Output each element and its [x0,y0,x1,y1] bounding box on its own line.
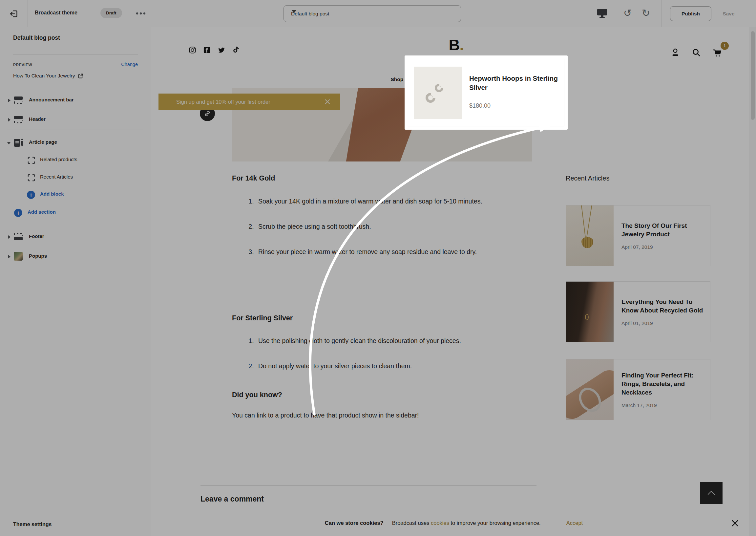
silver-steps-list: Use the polishing cloth to gently clean … [232,334,521,385]
publish-button[interactable]: Publish [670,6,711,21]
account-button[interactable] [670,48,680,59]
product-card[interactable]: Hepworth Hoops in Sterling Silver $180.0… [408,59,564,126]
shell-pendant [582,237,593,248]
sidebar-item-article-page[interactable]: Article page [0,136,151,149]
page-selector-dropdown[interactable]: Default blog post [284,5,461,22]
topbar-divider [616,0,616,27]
instagram-icon[interactable] [189,46,196,54]
ellipsis-icon [135,11,146,17]
silver-hoop-earring [433,82,445,94]
store-logo[interactable]: B. [440,36,472,54]
comments-heading: Leave a comment [201,495,264,504]
redo-icon: ↻ [642,8,650,18]
close-icon[interactable] [731,519,739,527]
product-link[interactable]: product [281,412,302,419]
social-icons-row [189,46,239,54]
scroll-to-top-button[interactable] [700,482,723,504]
sidebar-item-label: Header [29,116,46,122]
divider [7,130,143,130]
nav-item-shop[interactable]: Shop [391,77,403,83]
product-image [414,67,462,119]
gold-steps-list: Soak your 14K gold in a mixture of warm … [232,195,514,270]
sidebar-item-popups[interactable]: Popups [0,250,151,263]
change-preview-link[interactable]: Change [121,62,138,67]
theme-settings-button[interactable]: Theme settings [0,513,151,536]
caret-down-icon [7,142,11,145]
announcement-section-icon [14,96,23,104]
page-selector-value: Default blog post [291,11,329,17]
preview-page-link[interactable]: How To Clean Your Jewelry [13,73,83,79]
sidebar-item-header[interactable]: Header [0,113,151,126]
topbar-divider [589,0,589,27]
product-title: Hepworth Hoops in Sterling Silver [469,74,558,92]
preview-scrollbar[interactable] [749,27,756,536]
facebook-icon[interactable] [203,46,211,54]
paragraph-text: You can link to a [232,412,281,419]
list-item: Use the polishing cloth to gently clean … [256,334,521,347]
sidebar-item-announcement-bar[interactable]: Announcement bar [0,94,151,107]
cart-button[interactable] [713,48,723,59]
recent-article-card[interactable]: Finding Your Perfect Fit: Rings, Bracele… [566,359,710,420]
cookies-link[interactable]: cookies [431,520,449,526]
logo-letter: B [449,36,459,53]
redo-button[interactable]: ↻ [642,7,650,20]
exit-editor-button[interactable] [7,7,20,20]
article-card-body: Finding Your Perfect Fit: Rings, Bracele… [614,359,710,420]
cookie-message: Broadcast uses cookies to improve your b… [392,520,541,526]
scrollbar-thumb[interactable] [751,31,755,120]
paragraph-text: to have that product show in the sidebar… [302,412,419,419]
sidebar-item-label: Recent Articles [40,174,73,180]
logo-dot: . [459,36,463,53]
add-section-button[interactable]: + Add section [0,206,151,219]
recent-article-card[interactable]: Everything You Need To Know About Recycl… [566,281,710,342]
exit-icon [10,10,18,18]
sidebar-item-related-products[interactable]: Related products [0,153,151,167]
article-title: The Story Of Our First Jewelry Product [621,221,706,239]
twitter-icon[interactable] [218,46,225,54]
preview-page-title: How To Clean Your Jewelry [13,73,75,79]
recent-article-card[interactable]: The Story Of Our First Jewelry Product A… [566,205,710,266]
divider [566,191,710,191]
article-heading: Did you know? [232,391,282,399]
add-block-button[interactable]: + Add block [0,188,151,201]
cookie-accept-button[interactable]: Accept [566,520,583,526]
close-icon[interactable] [324,98,331,105]
article-heading: For Sterling Silver [232,314,293,322]
admin-topbar: Broadcast theme Draft Default blog post … [0,0,756,27]
header-section-icon [14,115,23,124]
search-button[interactable] [692,48,701,58]
caret-right-icon [8,118,11,122]
topbar-divider [28,0,28,27]
block-icon [28,174,35,182]
save-button[interactable]: Save [716,6,741,21]
sidebar-item-label: Popups [29,253,47,259]
article-title: Everything You Need To Know About Recycl… [621,298,706,315]
sidebar-template-title: Default blog post [13,34,60,41]
article-thumbnail-bracelet [566,359,614,420]
preview-inspector-button[interactable] [597,8,608,20]
list-item: Scrub the piece using a soft toothbrush. [256,220,514,233]
desktop-icon [597,8,608,18]
article-heading: For 14k Gold [232,174,275,183]
announcement-text: Sign up and get 10% off your first order [176,99,324,105]
cart-icon [713,48,723,58]
silver-hoop-earring [424,91,437,105]
sidebar-item-footer[interactable]: Footer [0,230,151,244]
undo-button[interactable]: ↺ [623,7,632,20]
account-icon [670,48,680,57]
tiktok-icon[interactable] [232,46,239,54]
sidebar-item-recent-articles[interactable]: Recent Articles [0,171,151,184]
undo-icon: ↺ [623,8,632,18]
footer-section-icon [14,232,23,241]
block-icon [28,156,35,164]
plus-icon: + [27,191,35,199]
search-icon [692,48,701,57]
article-card-body: The Story Of Our First Jewelry Product A… [614,206,710,266]
cookie-message-text: to improve your browsing experience. [449,520,541,526]
article-thumbnail-necklace [566,206,614,266]
status-badge: Draft [100,8,122,18]
more-actions-button[interactable] [135,11,146,18]
cookie-banner: Can we store cookies? Broadcast uses coo… [152,510,756,536]
article-thumbnail-earrings [566,282,614,342]
product-card-spotlight[interactable]: Hepworth Hoops in Sterling Silver $180.0… [405,55,568,130]
